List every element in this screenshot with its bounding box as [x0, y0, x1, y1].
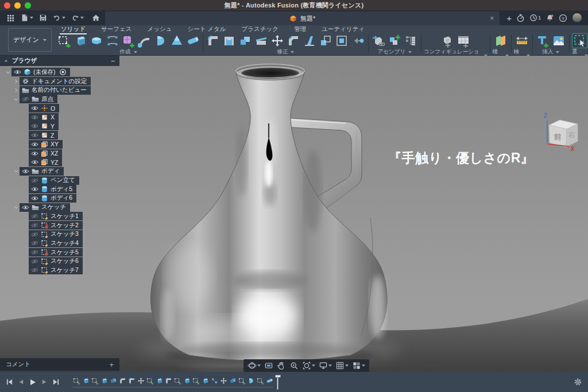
configure-icon[interactable]: [440, 33, 455, 48]
visibility-eye-icon[interactable]: [31, 250, 38, 255]
timeline-feature-chamfer[interactable]: [118, 377, 126, 385]
zoom-icon[interactable]: [288, 360, 300, 371]
tree-item[interactable]: ボディ: [0, 167, 119, 176]
visibility-eye-icon[interactable]: [31, 178, 38, 183]
tree-item[interactable]: スケッチ1: [0, 212, 119, 221]
visibility-eye-icon[interactable]: [31, 160, 38, 165]
tree-item[interactable]: Y: [0, 122, 119, 131]
visibility-eye-icon[interactable]: [31, 115, 38, 120]
tree-item[interactable]: ボディ5: [0, 185, 119, 194]
visibility-eye-icon[interactable]: [31, 187, 38, 192]
ribbon-tab-0[interactable]: ソリッド: [61, 25, 86, 33]
visibility-eye-icon[interactable]: [31, 123, 38, 129]
offset-face-icon[interactable]: [334, 33, 350, 48]
tree-item[interactable]: 原点: [0, 95, 119, 104]
collapse-panel-icon[interactable]: «: [5, 58, 7, 64]
tree-item[interactable]: スケッチ7: [0, 266, 119, 275]
measure-icon[interactable]: [514, 33, 529, 48]
split-icon[interactable]: [254, 33, 269, 48]
visibility-eye-icon[interactable]: [31, 240, 38, 246]
home-button[interactable]: [90, 13, 102, 23]
tree-item[interactable]: スケッチ: [0, 203, 119, 212]
configuration-table-icon[interactable]: [456, 33, 471, 48]
notifications-bell-icon[interactable]: [546, 14, 554, 22]
pipe-icon[interactable]: [185, 33, 200, 48]
insert-text-icon[interactable]: [535, 33, 551, 48]
app-grid-icon[interactable]: [5, 13, 17, 24]
ribbon-tab-3[interactable]: シート メタル: [187, 25, 226, 33]
timeline-feature-sketch[interactable]: [72, 377, 80, 385]
create-form-icon[interactable]: [121, 33, 136, 48]
display-settings-icon[interactable]: [318, 360, 333, 371]
help-icon[interactable]: [559, 14, 567, 22]
pan-icon[interactable]: [276, 360, 287, 371]
extrude-icon[interactable]: [72, 33, 88, 48]
new-component-icon[interactable]: [387, 33, 403, 48]
timeline-go-start-button[interactable]: [6, 378, 13, 386]
timeline-feature-sketch[interactable]: [173, 377, 181, 385]
new-tab-button[interactable]: +: [506, 13, 512, 23]
visibility-eye-icon[interactable]: [31, 232, 38, 237]
tree-item[interactable]: XZ: [0, 149, 119, 158]
add-comment-button[interactable]: +: [109, 360, 114, 369]
visibility-eye-icon[interactable]: [31, 151, 38, 156]
ribbon-tab-1[interactable]: サーフェス: [101, 25, 131, 33]
visibility-eye-icon[interactable]: [31, 214, 38, 219]
draft-icon[interactable]: [302, 33, 318, 48]
sweep-icon[interactable]: [137, 33, 152, 48]
select-icon[interactable]: [572, 33, 587, 48]
visibility-eye-icon[interactable]: [22, 169, 29, 174]
shell-icon[interactable]: [222, 33, 237, 48]
save-button[interactable]: [37, 13, 49, 23]
tree-item[interactable]: 名前の付いたビュー: [0, 86, 119, 95]
timeline-feature-revolve[interactable]: [247, 377, 255, 385]
tree-item[interactable]: スケッチ3: [0, 230, 119, 239]
tree-item[interactable]: XY: [0, 140, 119, 149]
ribbon-tab-4[interactable]: プラスチック: [242, 25, 278, 33]
comments-bar[interactable]: コメント +: [0, 358, 119, 371]
chevron-closed-icon[interactable]: [13, 79, 20, 84]
visibility-eye-icon[interactable]: [22, 205, 29, 210]
construction-planes-icon[interactable]: [493, 33, 508, 48]
ribbon-tab-2[interactable]: メッシュ: [147, 25, 172, 33]
visibility-eye-icon[interactable]: [31, 259, 38, 264]
visibility-eye-icon[interactable]: [14, 69, 21, 75]
chevron-open-icon[interactable]: [5, 70, 11, 75]
revolve-icon[interactable]: [153, 33, 168, 48]
tree-item[interactable]: ペン立て: [0, 176, 119, 185]
tree-item[interactable]: ボディ6: [0, 194, 119, 203]
visibility-eye-icon[interactable]: [31, 267, 38, 273]
timeline-feature-sketch[interactable]: [256, 377, 264, 385]
timeline-feature-sketch[interactable]: [146, 377, 154, 385]
timeline-feature-fillet[interactable]: [164, 377, 172, 385]
visibility-eye-icon[interactable]: [31, 223, 38, 228]
tree-item[interactable]: ドキュメントの設定: [0, 77, 119, 86]
create-sketch-icon[interactable]: [56, 33, 72, 48]
visibility-eye-icon[interactable]: [31, 106, 38, 111]
timeline-feature-sketch[interactable]: [192, 377, 200, 385]
timeline-feature-extrude[interactable]: [100, 377, 108, 385]
timeline-feature-combine[interactable]: [229, 377, 237, 385]
redo-button[interactable]: [69, 13, 86, 23]
tree-item[interactable]: Z: [0, 131, 119, 140]
visibility-eye-icon[interactable]: [31, 196, 38, 201]
browser-header[interactable]: « ブラウザ –: [0, 56, 119, 66]
timeline-feature-combine[interactable]: [109, 377, 117, 385]
timeline-feature-move[interactable]: [219, 377, 227, 385]
tree-item[interactable]: O: [0, 104, 119, 113]
viewports-icon[interactable]: [351, 360, 366, 371]
joint-origin-icon[interactable]: [403, 33, 419, 48]
look-at-icon[interactable]: [263, 360, 274, 371]
grid-icon[interactable]: [334, 360, 350, 371]
fillet-icon[interactable]: [206, 33, 221, 48]
replace-face-icon[interactable]: [350, 33, 366, 48]
ribbon-group-label[interactable]: 挿入: [542, 48, 559, 56]
insert-image-icon[interactable]: [551, 33, 567, 48]
cone-icon[interactable]: [169, 33, 184, 48]
tree-item[interactable]: スケッチ6: [0, 257, 119, 266]
timeline-feature-extrude[interactable]: [201, 377, 209, 385]
move-icon[interactable]: [270, 33, 285, 48]
timeline-feature-sweep[interactable]: [265, 377, 273, 385]
timeline-feature-sketch[interactable]: [238, 377, 246, 385]
chevron-open-icon[interactable]: [13, 169, 20, 173]
